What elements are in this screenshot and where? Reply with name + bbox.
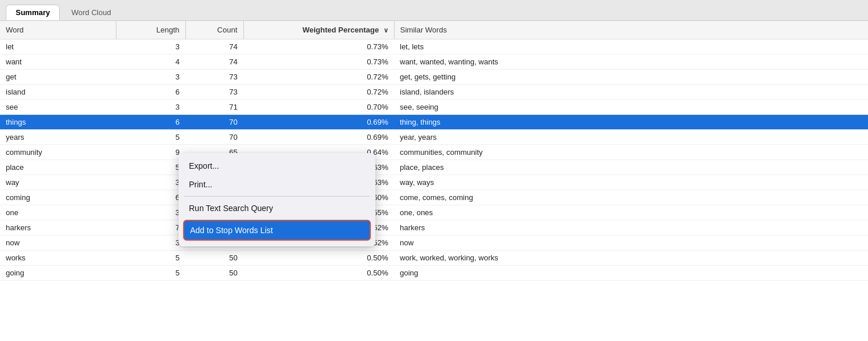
cell-count: 70 [185, 115, 243, 130]
context-menu-item-print[interactable]: Print... [178, 175, 375, 194]
cell-weighted: 0.73% [243, 39, 394, 55]
cell-similar: get, gets, getting [394, 70, 868, 85]
context-menu-separator [184, 196, 370, 197]
cell-word: works [0, 251, 116, 266]
table-row[interactable]: way3640.63%way, ways [0, 175, 868, 190]
cell-word: want [0, 55, 116, 70]
cell-word: way [0, 175, 116, 190]
table-container: Word Length Count Weighted Percentage ∨ … [0, 21, 868, 341]
table-row[interactable]: harkers7520.52%harkers [0, 220, 868, 235]
cell-similar: place, places [394, 160, 868, 175]
table-row[interactable]: going5500.50%going [0, 266, 868, 281]
cell-similar: one, ones [394, 205, 868, 220]
table-row[interactable]: coming6610.60%come, comes, coming [0, 190, 868, 205]
cell-count: 50 [185, 251, 243, 266]
table-row[interactable]: now3520.52%now [0, 235, 868, 251]
cell-weighted: 0.50% [243, 266, 394, 281]
table-row[interactable]: see3710.70%see, seeing [0, 100, 868, 115]
cell-length: 5 [116, 266, 185, 281]
data-table: Word Length Count Weighted Percentage ∨ … [0, 21, 868, 281]
cell-similar: communities, community [394, 145, 868, 160]
cell-length: 5 [116, 130, 185, 145]
cell-length: 5 [116, 251, 185, 266]
context-menu-item-add-stop[interactable]: Add to Stop Words List [183, 220, 371, 241]
cell-weighted: 0.50% [243, 251, 394, 266]
context-menu: Export...Print...Run Text Search QueryAd… [178, 153, 375, 246]
cell-similar: now [394, 235, 868, 251]
cell-word: community [0, 145, 116, 160]
cell-similar: work, worked, working, works [394, 251, 868, 266]
cell-count: 73 [185, 85, 243, 100]
table-row[interactable]: years5700.69%year, years [0, 130, 868, 145]
sort-arrow-icon: ∨ [384, 27, 388, 34]
cell-length: 6 [116, 115, 185, 130]
col-header-count[interactable]: Count [185, 21, 243, 39]
table-row[interactable]: island6730.72%island, islanders [0, 85, 868, 100]
cell-weighted: 0.69% [243, 115, 394, 130]
cell-similar: come, comes, coming [394, 190, 868, 205]
cell-similar: thing, things [394, 115, 868, 130]
cell-similar: harkers [394, 220, 868, 235]
cell-similar: want, wanted, wanting, wants [394, 55, 868, 70]
table-row[interactable]: want4740.73%want, wanted, wanting, wants [0, 55, 868, 70]
cell-length: 3 [116, 100, 185, 115]
cell-count: 74 [185, 55, 243, 70]
cell-weighted: 0.72% [243, 85, 394, 100]
table-row[interactable]: works5500.50%work, worked, working, work… [0, 251, 868, 266]
cell-similar: see, seeing [394, 100, 868, 115]
context-menu-item-export[interactable]: Export... [178, 157, 375, 175]
cell-word: harkers [0, 220, 116, 235]
cell-length: 3 [116, 175, 185, 190]
tab-wordcloud[interactable]: Word Cloud [62, 5, 120, 20]
cell-word: things [0, 115, 116, 130]
cell-word: years [0, 130, 116, 145]
cell-count: 73 [185, 70, 243, 85]
cell-weighted: 0.69% [243, 130, 394, 145]
cell-length: 6 [116, 85, 185, 100]
cell-count: 50 [185, 266, 243, 281]
cell-word: one [0, 205, 116, 220]
table-row[interactable]: place5640.63%place, places [0, 160, 868, 175]
cell-word: coming [0, 190, 116, 205]
cell-word: let [0, 39, 116, 55]
cell-count: 70 [185, 130, 243, 145]
cell-length: 4 [116, 55, 185, 70]
table-row[interactable]: let3740.73%let, lets [0, 39, 868, 55]
cell-word: see [0, 100, 116, 115]
table-row[interactable]: community9650.64%communities, community [0, 145, 868, 160]
cell-similar: going [394, 266, 868, 281]
context-menu-item-run-search[interactable]: Run Text Search Query [178, 199, 375, 217]
app-container: Summary Word Cloud Word Length Count Wei… [0, 0, 868, 341]
table-body: let3740.73%let, letswant4740.73%want, wa… [0, 39, 868, 281]
cell-weighted: 0.70% [243, 100, 394, 115]
table-row[interactable]: one3550.55%one, ones [0, 205, 868, 220]
col-header-weighted[interactable]: Weighted Percentage ∨ [243, 21, 394, 39]
tab-bar: Summary Word Cloud [0, 0, 868, 21]
cell-length: 3 [116, 235, 185, 251]
cell-word: island [0, 85, 116, 100]
col-header-length[interactable]: Length [116, 21, 185, 39]
table-row[interactable]: things6700.69%thing, things [0, 115, 868, 130]
table-header-row: Word Length Count Weighted Percentage ∨ … [0, 21, 868, 39]
cell-word: now [0, 235, 116, 251]
cell-length: 9 [116, 145, 185, 160]
col-header-word[interactable]: Word [0, 21, 116, 39]
cell-word: place [0, 160, 116, 175]
cell-count: 71 [185, 100, 243, 115]
cell-similar: let, lets [394, 39, 868, 55]
cell-length: 3 [116, 70, 185, 85]
cell-length: 3 [116, 39, 185, 55]
cell-length: 5 [116, 160, 185, 175]
cell-length: 7 [116, 220, 185, 235]
cell-count: 74 [185, 39, 243, 55]
cell-length: 6 [116, 190, 185, 205]
cell-length: 3 [116, 205, 185, 220]
cell-word: get [0, 70, 116, 85]
cell-similar: year, years [394, 130, 868, 145]
table-row[interactable]: get3730.72%get, gets, getting [0, 70, 868, 85]
cell-similar: island, islanders [394, 85, 868, 100]
cell-similar: way, ways [394, 175, 868, 190]
tab-summary[interactable]: Summary [6, 5, 60, 20]
cell-weighted: 0.73% [243, 55, 394, 70]
col-header-similar[interactable]: Similar Words [394, 21, 868, 39]
